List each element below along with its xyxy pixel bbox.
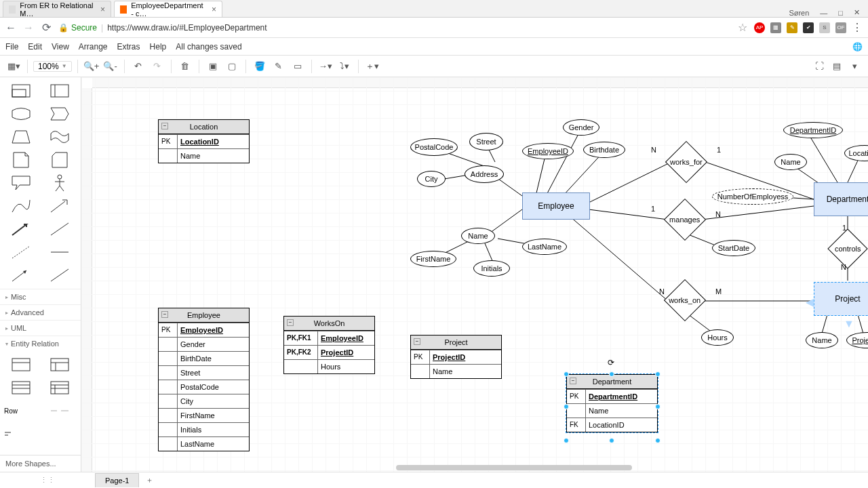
- er-attr-initials[interactable]: Initials: [473, 260, 510, 277]
- browser-tab[interactable]: From ER to Relational M… ×: [3, 1, 111, 17]
- connection-icon[interactable]: →▾: [317, 58, 334, 75]
- er-attr-numemployees[interactable]: NumberOfEmployess: [712, 188, 793, 205]
- redo-icon[interactable]: ↷: [149, 58, 165, 75]
- shape-biarrow[interactable]: [43, 197, 77, 216]
- ext-icon[interactable]: OF: [835, 22, 846, 33]
- er-attr-street[interactable]: Street: [469, 133, 503, 150]
- er-rel-works-for[interactable]: works_for: [665, 141, 707, 183]
- rel-table-employee[interactable]: −Employee PKEmployeeID Gender BirthDate …: [158, 308, 250, 451]
- shape-container[interactable]: [4, 81, 39, 100]
- er-attr-employeeid[interactable]: EmployeeID: [522, 143, 574, 159]
- shape-curve[interactable]: [4, 197, 39, 216]
- menu-help[interactable]: Help: [150, 42, 167, 52]
- er-attr-name-proj[interactable]: Name: [806, 332, 838, 348]
- shape-callout[interactable]: [4, 174, 39, 192]
- er-attr-lastname[interactable]: LastName: [522, 239, 567, 255]
- er-attr-address[interactable]: Address: [465, 165, 504, 183]
- sidebar-section-er[interactable]: Entity Relation: [0, 336, 81, 351]
- star-icon[interactable]: ☆: [738, 21, 747, 34]
- shape-arrow-solid[interactable]: [4, 266, 39, 285]
- minimize-icon[interactable]: —: [820, 9, 827, 17]
- stroke-icon[interactable]: ✎: [271, 58, 287, 75]
- shadow-icon[interactable]: ▭: [290, 58, 306, 75]
- menu-arrange[interactable]: Arrange: [79, 42, 108, 52]
- ext-icon[interactable]: ✎: [787, 22, 797, 33]
- shape-actor[interactable]: [43, 174, 77, 192]
- sel-arrow-left[interactable]: ◀: [806, 296, 814, 308]
- ext-icon[interactable]: S: [819, 22, 830, 33]
- er-rel-works-on[interactable]: works_on: [664, 279, 706, 321]
- shape-trapezoid[interactable]: [4, 127, 39, 146]
- er-row-label[interactable]: Row: [4, 401, 39, 420]
- fullscreen-icon[interactable]: ⛶: [811, 58, 827, 75]
- er-attr-startdate[interactable]: StartDate: [712, 240, 755, 256]
- er-row-shape[interactable]: [43, 401, 77, 420]
- page-tab[interactable]: Page-1: [95, 473, 139, 487]
- collapse-right-icon[interactable]: ▾: [846, 58, 863, 75]
- more-shapes-button[interactable]: More Shapes...: [0, 455, 81, 472]
- ext-abp-icon[interactable]: AP: [754, 22, 765, 33]
- rel-table-workson[interactable]: −WorksOn PK,FK1EmployeeID PK,FK2ProjectI…: [283, 316, 375, 374]
- sel-handle[interactable]: [655, 404, 660, 409]
- zoom-in-icon[interactable]: 🔍+: [83, 58, 100, 75]
- er-entity-project[interactable]: Project: [814, 282, 868, 316]
- shape-line-thin[interactable]: [43, 220, 77, 239]
- rel-table-project[interactable]: −Project PKProjectID Name: [410, 335, 502, 379]
- er-attr-gender[interactable]: Gender: [563, 119, 599, 136]
- er-attr-departmentid[interactable]: DepartmentID: [783, 122, 843, 138]
- sel-arrow-down[interactable]: ▼: [844, 318, 854, 330]
- sel-handle[interactable]: [609, 438, 614, 443]
- sel-handle[interactable]: [564, 404, 569, 409]
- shape-frame[interactable]: [43, 81, 77, 100]
- collapse-icon[interactable]: −: [570, 378, 576, 384]
- close-icon[interactable]: ×: [100, 5, 105, 14]
- collapse-icon[interactable]: −: [414, 338, 420, 345]
- sel-handle[interactable]: [655, 438, 660, 443]
- er-rel-controls[interactable]: controls: [827, 228, 867, 268]
- url-text[interactable]: https://www.draw.io/#LEmployeeDepartment: [107, 23, 267, 33]
- delete-icon[interactable]: 🗑: [177, 58, 193, 75]
- sel-handle[interactable]: [655, 371, 660, 377]
- menu-file[interactable]: File: [5, 42, 18, 52]
- outline-handle[interactable]: ⋮⋮: [0, 476, 95, 485]
- er-rel-manages[interactable]: manages: [664, 199, 706, 241]
- er-attr-birthdate[interactable]: Birthdate: [583, 142, 625, 158]
- er-attr-firstname[interactable]: FirstName: [410, 251, 456, 267]
- undo-icon[interactable]: ↶: [130, 58, 146, 75]
- shape-note[interactable]: [4, 150, 39, 169]
- er-list-shape[interactable]: [43, 378, 77, 397]
- shape-step[interactable]: [43, 104, 77, 123]
- view-mode-icon[interactable]: ▦▾: [5, 58, 22, 75]
- zoom-select[interactable]: 100%▼: [33, 61, 72, 72]
- reload-icon[interactable]: ⟳: [41, 22, 52, 33]
- er-attr-name-emp[interactable]: Name: [461, 228, 495, 244]
- shape-line-plain[interactable]: [43, 266, 77, 285]
- shape-tape[interactable]: [43, 127, 77, 146]
- sel-handle[interactable]: [564, 371, 569, 377]
- close-window-icon[interactable]: ✕: [854, 8, 860, 17]
- ext-icon[interactable]: ✔: [803, 22, 814, 33]
- er-entity-employee[interactable]: Employee: [522, 192, 590, 220]
- add-page-button[interactable]: ＋: [139, 472, 160, 488]
- maximize-icon[interactable]: □: [838, 9, 843, 17]
- er-entity-department[interactable]: Department: [814, 182, 868, 216]
- menu-extras[interactable]: Extras: [117, 42, 140, 52]
- shape-cylinder[interactable]: [4, 104, 39, 123]
- sidebar-section-misc[interactable]: Misc: [0, 289, 81, 304]
- rel-table-location[interactable]: −Location PKLocationID Name: [158, 119, 250, 163]
- shape-card[interactable]: [43, 150, 77, 169]
- er-attr-locations[interactable]: Locations: [844, 145, 868, 161]
- shape-arrow[interactable]: [4, 220, 39, 239]
- menu-view[interactable]: View: [52, 42, 69, 52]
- menu-edit[interactable]: Edit: [28, 42, 42, 52]
- menu-icon[interactable]: ⋮: [852, 21, 863, 34]
- er-table-shape[interactable]: [4, 355, 39, 374]
- er-attr-postalcode[interactable]: PostalCode: [410, 138, 458, 156]
- sel-handle[interactable]: [609, 371, 614, 377]
- globe-icon[interactable]: 🌐: [852, 42, 863, 52]
- er-list-shape[interactable]: [4, 378, 39, 397]
- waypoint-icon[interactable]: ⤵▾: [336, 58, 353, 75]
- er-attr-name-dep[interactable]: Name: [774, 154, 807, 170]
- shape-line[interactable]: [43, 243, 77, 262]
- rel-table-department[interactable]: −Department PKDepartmentID Name FKLocati…: [566, 374, 658, 432]
